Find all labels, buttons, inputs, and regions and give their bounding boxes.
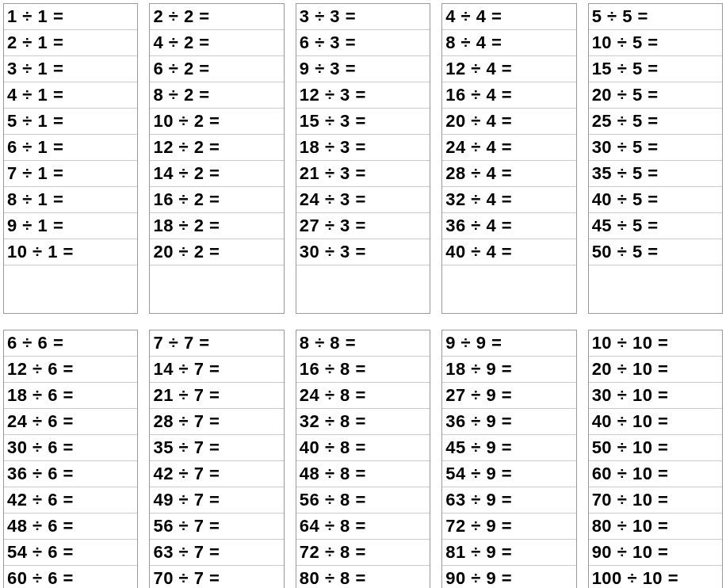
equation-cell: 81 ÷ 9 = <box>442 540 575 566</box>
equation-cell: 24 ÷ 4 = <box>442 135 575 161</box>
equation-cell: 36 ÷ 6 = <box>4 461 137 487</box>
equation-cell: 100 ÷ 10 = <box>589 566 722 588</box>
equation-cell: 16 ÷ 8 = <box>296 357 430 383</box>
equation-cell: 9 ÷ 3 = <box>296 56 430 82</box>
equation-cell: 18 ÷ 9 = <box>442 357 575 383</box>
equation-cell: 1 ÷ 1 = <box>4 4 137 30</box>
equation-cell: 90 ÷ 9 = <box>442 566 575 588</box>
equation-cell: 45 ÷ 5 = <box>589 213 722 239</box>
equation-cell: 8 ÷ 4 = <box>442 30 575 56</box>
equation-cell: 12 ÷ 2 = <box>150 135 283 161</box>
equation-cell: 7 ÷ 7 = <box>150 330 283 357</box>
equation-cell: 63 ÷ 9 = <box>442 487 575 514</box>
equation-cell: 48 ÷ 8 = <box>296 461 430 487</box>
equation-cell: 30 ÷ 3 = <box>296 239 430 265</box>
column-2: 2 ÷ 2 = 4 ÷ 2 = 6 ÷ 2 = 8 ÷ 2 = 10 ÷ 2 =… <box>149 3 284 314</box>
equation-cell: 18 ÷ 6 = <box>4 383 137 409</box>
equation-cell: 6 ÷ 2 = <box>150 56 283 82</box>
equation-cell: 8 ÷ 1 = <box>4 187 137 213</box>
equation-cell: 3 ÷ 1 = <box>4 56 137 82</box>
column-8: 8 ÷ 8 = 16 ÷ 8 = 24 ÷ 8 = 32 ÷ 8 = 40 ÷ … <box>296 330 430 588</box>
equation-cell: 4 ÷ 2 = <box>150 30 283 56</box>
equation-cell: 4 ÷ 1 = <box>4 82 137 109</box>
equation-cell: 90 ÷ 10 = <box>589 540 722 566</box>
equation-cell: 25 ÷ 5 = <box>589 109 722 135</box>
equation-cell: 10 ÷ 5 = <box>589 30 722 56</box>
equation-cell: 70 ÷ 7 = <box>150 566 283 588</box>
equation-cell: 6 ÷ 6 = <box>4 330 137 357</box>
equation-cell: 49 ÷ 7 = <box>150 487 283 514</box>
equation-cell: 18 ÷ 2 = <box>150 213 283 239</box>
equation-cell: 20 ÷ 5 = <box>589 82 722 109</box>
equation-cell: 42 ÷ 7 = <box>150 461 283 487</box>
column-1: 1 ÷ 1 = 2 ÷ 1 = 3 ÷ 1 = 4 ÷ 1 = 5 ÷ 1 = … <box>3 3 138 314</box>
spacer <box>589 265 722 313</box>
equation-cell: 35 ÷ 5 = <box>589 161 722 187</box>
equation-cell: 20 ÷ 10 = <box>589 357 722 383</box>
equation-cell: 27 ÷ 3 = <box>296 213 430 239</box>
equation-cell: 24 ÷ 8 = <box>296 383 430 409</box>
equation-cell: 21 ÷ 3 = <box>296 161 430 187</box>
equation-cell: 10 ÷ 2 = <box>150 109 283 135</box>
equation-cell: 16 ÷ 4 = <box>442 82 575 109</box>
equation-cell: 36 ÷ 9 = <box>442 409 575 435</box>
equation-cell: 12 ÷ 6 = <box>4 357 137 383</box>
equation-cell: 40 ÷ 5 = <box>589 187 722 213</box>
equation-cell: 28 ÷ 7 = <box>150 409 283 435</box>
equation-cell: 21 ÷ 7 = <box>150 383 283 409</box>
equation-cell: 50 ÷ 5 = <box>589 239 722 265</box>
spacer <box>442 265 575 313</box>
row-group-top: 1 ÷ 1 = 2 ÷ 1 = 3 ÷ 1 = 4 ÷ 1 = 5 ÷ 1 = … <box>3 3 723 314</box>
equation-cell: 63 ÷ 7 = <box>150 540 283 566</box>
equation-cell: 45 ÷ 9 = <box>442 435 575 461</box>
equation-cell: 12 ÷ 3 = <box>296 82 430 109</box>
equation-cell: 6 ÷ 1 = <box>4 135 137 161</box>
equation-cell: 60 ÷ 10 = <box>589 461 722 487</box>
equation-cell: 14 ÷ 2 = <box>150 161 283 187</box>
equation-cell: 10 ÷ 1 = <box>4 239 137 265</box>
equation-cell: 3 ÷ 3 = <box>296 4 430 30</box>
equation-cell: 5 ÷ 1 = <box>4 109 137 135</box>
equation-cell: 72 ÷ 9 = <box>442 514 575 540</box>
equation-cell: 6 ÷ 3 = <box>296 30 430 56</box>
column-6: 6 ÷ 6 = 12 ÷ 6 = 18 ÷ 6 = 24 ÷ 6 = 30 ÷ … <box>3 330 138 588</box>
equation-cell: 60 ÷ 6 = <box>4 566 137 588</box>
equation-cell: 18 ÷ 3 = <box>296 135 430 161</box>
spacer <box>150 265 283 313</box>
equation-cell: 42 ÷ 6 = <box>4 487 137 514</box>
column-10: 10 ÷ 10 = 20 ÷ 10 = 30 ÷ 10 = 40 ÷ 10 = … <box>588 330 723 588</box>
column-4: 4 ÷ 4 = 8 ÷ 4 = 12 ÷ 4 = 16 ÷ 4 = 20 ÷ 4… <box>441 3 576 314</box>
equation-cell: 30 ÷ 5 = <box>589 135 722 161</box>
equation-cell: 16 ÷ 2 = <box>150 187 283 213</box>
equation-cell: 8 ÷ 8 = <box>296 330 430 357</box>
equation-cell: 35 ÷ 7 = <box>150 435 283 461</box>
equation-cell: 56 ÷ 7 = <box>150 514 283 540</box>
equation-cell: 56 ÷ 8 = <box>296 487 430 514</box>
equation-cell: 64 ÷ 8 = <box>296 514 430 540</box>
row-group-bottom: 6 ÷ 6 = 12 ÷ 6 = 18 ÷ 6 = 24 ÷ 6 = 30 ÷ … <box>3 330 723 588</box>
equation-cell: 40 ÷ 10 = <box>589 409 722 435</box>
equation-cell: 32 ÷ 4 = <box>442 187 575 213</box>
equation-cell: 54 ÷ 9 = <box>442 461 575 487</box>
equation-cell: 80 ÷ 10 = <box>589 514 722 540</box>
equation-cell: 2 ÷ 2 = <box>150 4 283 30</box>
equation-cell: 4 ÷ 4 = <box>442 4 575 30</box>
equation-cell: 28 ÷ 4 = <box>442 161 575 187</box>
equation-cell: 8 ÷ 2 = <box>150 82 283 109</box>
equation-cell: 80 ÷ 8 = <box>296 566 430 588</box>
column-9: 9 ÷ 9 = 18 ÷ 9 = 27 ÷ 9 = 36 ÷ 9 = 45 ÷ … <box>441 330 576 588</box>
equation-cell: 27 ÷ 9 = <box>442 383 575 409</box>
equation-cell: 5 ÷ 5 = <box>589 4 722 30</box>
worksheet-container: 1 ÷ 1 = 2 ÷ 1 = 3 ÷ 1 = 4 ÷ 1 = 5 ÷ 1 = … <box>3 3 723 588</box>
equation-cell: 12 ÷ 4 = <box>442 56 575 82</box>
equation-cell: 30 ÷ 6 = <box>4 435 137 461</box>
equation-cell: 70 ÷ 10 = <box>589 487 722 514</box>
equation-cell: 50 ÷ 10 = <box>589 435 722 461</box>
equation-cell: 40 ÷ 4 = <box>442 239 575 265</box>
equation-cell: 32 ÷ 8 = <box>296 409 430 435</box>
equation-cell: 48 ÷ 6 = <box>4 514 137 540</box>
equation-cell: 36 ÷ 4 = <box>442 213 575 239</box>
equation-cell: 9 ÷ 1 = <box>4 213 137 239</box>
equation-cell: 2 ÷ 1 = <box>4 30 137 56</box>
equation-cell: 20 ÷ 2 = <box>150 239 283 265</box>
